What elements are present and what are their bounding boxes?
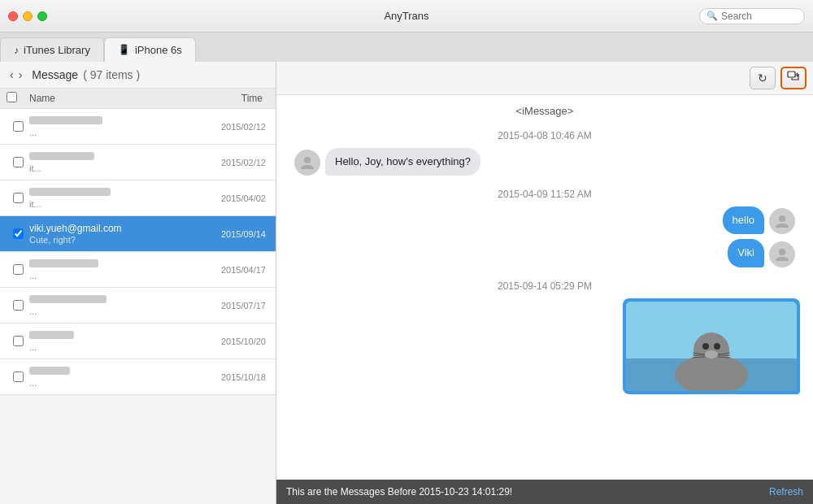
nav-arrows: ‹ › xyxy=(8,68,24,81)
transfer-icon xyxy=(787,71,800,86)
chat-timestamp: 2015-04-08 10:46 AM xyxy=(289,130,800,141)
tab-iphone-label: iPhone 6s xyxy=(135,44,182,56)
item-time: 2015/04/17 xyxy=(196,265,269,275)
nav-forward-button[interactable]: › xyxy=(17,68,24,81)
window-controls xyxy=(8,11,47,21)
item-name xyxy=(29,115,196,127)
chat-bubble-outgoing: Viki xyxy=(728,239,764,267)
svg-point-9 xyxy=(714,343,720,350)
item-name xyxy=(29,259,196,270)
item-checkbox[interactable] xyxy=(13,264,24,275)
item-count: ( 97 items ) xyxy=(83,68,140,81)
item-preview: it... xyxy=(29,199,196,209)
svg-point-3 xyxy=(779,249,785,255)
list-item[interactable]: ... 2015/10/20 xyxy=(0,324,276,359)
item-content: ... xyxy=(29,366,196,388)
status-bar: This are the Messages Before 2015-10-23 … xyxy=(276,480,813,504)
item-name xyxy=(29,187,196,198)
item-content: it... xyxy=(29,151,196,173)
message-header: ‹ › Message ( 97 items ) xyxy=(0,62,276,89)
chat-area: <iMessage> 2015-04-08 10:46 AM Hello, Jo… xyxy=(276,95,813,480)
list-item-selected[interactable]: viki.yueh@gmail.com Cute, right? 2015/09… xyxy=(0,216,276,252)
section-title: Message xyxy=(32,68,78,81)
item-checkbox[interactable] xyxy=(13,157,24,167)
item-preview: ... xyxy=(29,306,196,316)
item-checkbox[interactable] xyxy=(13,193,24,203)
message-bubble-row: Viki xyxy=(289,239,800,267)
transfer-button[interactable] xyxy=(780,67,806,89)
refresh-icon: ↻ xyxy=(758,72,767,85)
item-checkbox[interactable] xyxy=(13,121,24,132)
iphone-icon: 📱 xyxy=(118,44,130,55)
item-name xyxy=(29,151,196,163)
itunes-icon: ♪ xyxy=(14,45,19,56)
item-checkbox[interactable] xyxy=(13,336,24,346)
list-item[interactable]: it... 2015/04/02 xyxy=(0,180,276,216)
item-time: 2015/07/17 xyxy=(196,301,269,311)
app-title: AnyTrans xyxy=(384,10,428,22)
status-text: This are the Messages Before 2015-10-23 … xyxy=(286,486,512,497)
item-time: 2015/10/20 xyxy=(196,337,269,346)
chat-timestamp: 2015-09-14 05:29 PM xyxy=(289,280,800,292)
item-name xyxy=(29,294,196,306)
sender-label: <iMessage> xyxy=(289,105,800,117)
item-content: ... xyxy=(29,115,196,137)
item-checkbox[interactable] xyxy=(13,300,24,311)
select-all-checkbox[interactable] xyxy=(7,92,17,102)
svg-point-10 xyxy=(705,350,718,358)
item-time: 2015/09/14 xyxy=(196,229,269,239)
right-panel: ↻ <iMessage> 2015-04-08 10:46 AM xyxy=(276,62,813,504)
tab-itunes[interactable]: ♪ iTunes Library xyxy=(0,37,104,62)
chat-image-content xyxy=(626,302,797,391)
svg-rect-0 xyxy=(788,72,795,77)
item-content: ... xyxy=(29,259,196,280)
message-bubble-row-image xyxy=(289,298,800,394)
item-content: ... xyxy=(29,294,196,316)
item-name xyxy=(29,330,196,341)
avatar xyxy=(769,241,795,267)
nav-back-button[interactable]: ‹ xyxy=(8,68,15,81)
header-time: Time xyxy=(196,93,269,104)
item-preview: ... xyxy=(29,342,196,352)
search-bar[interactable]: 🔍 xyxy=(699,8,805,24)
item-checkbox[interactable] xyxy=(13,371,24,382)
refresh-button[interactable]: ↻ xyxy=(750,67,776,89)
avatar xyxy=(294,150,320,176)
maximize-button[interactable] xyxy=(37,11,47,21)
item-name: viki.yueh@gmail.com xyxy=(29,223,196,234)
svg-point-1 xyxy=(304,157,311,163)
tab-iphone[interactable]: 📱 iPhone 6s xyxy=(104,37,196,62)
list-item[interactable]: ... 2015/07/17 xyxy=(0,288,276,324)
search-wrapper: 🔍 xyxy=(699,8,805,24)
search-input[interactable] xyxy=(721,11,794,22)
close-button[interactable] xyxy=(8,11,18,21)
item-checkbox[interactable] xyxy=(13,228,24,239)
avatar xyxy=(769,208,795,234)
refresh-link[interactable]: Refresh xyxy=(769,486,803,497)
message-bubble-row: Hello, Joy, how's everything? xyxy=(289,148,800,176)
chat-timestamp: 2015-04-09 11:52 AM xyxy=(289,189,800,200)
message-bubble-row: hello xyxy=(289,206,800,234)
list-item[interactable]: ... 2015/02/12 xyxy=(0,109,276,145)
list-item[interactable]: it... 2015/02/12 xyxy=(0,145,276,180)
item-preview: it... xyxy=(29,163,196,173)
list-item[interactable]: ... 2015/04/17 xyxy=(0,252,276,288)
chat-bubble-image xyxy=(623,298,800,394)
svg-point-2 xyxy=(779,215,785,222)
svg-point-8 xyxy=(702,343,709,350)
search-icon: 🔍 xyxy=(706,11,718,21)
minimize-button[interactable] xyxy=(23,11,33,21)
item-preview: ... xyxy=(29,128,196,137)
item-content: it... xyxy=(29,187,196,209)
chat-bubble-outgoing: hello xyxy=(723,206,764,234)
item-content: ... xyxy=(29,330,196,352)
list-item[interactable]: ... 2015/10/18 xyxy=(0,359,276,395)
chat-bubble-incoming: Hello, Joy, how's everything? xyxy=(325,148,480,176)
item-time: 2015/02/12 xyxy=(196,158,269,167)
tab-itunes-label: iTunes Library xyxy=(24,44,90,56)
item-preview: ... xyxy=(29,378,196,388)
item-content: viki.yueh@gmail.com Cute, right? xyxy=(29,223,196,245)
item-preview: ... xyxy=(29,271,196,280)
item-name xyxy=(29,366,196,377)
message-list[interactable]: ... 2015/02/12 it... 2015/02/12 it... xyxy=(0,109,276,504)
